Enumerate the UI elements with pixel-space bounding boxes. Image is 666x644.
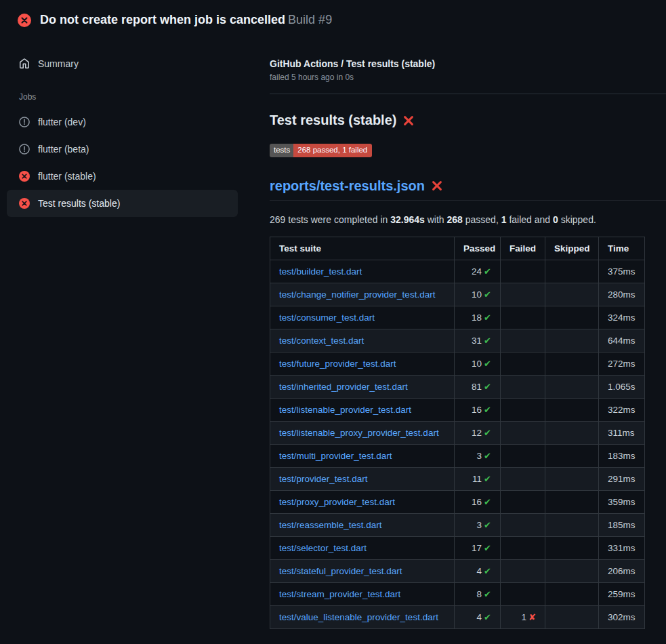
cell-failed	[501, 283, 545, 306]
cell-skipped	[545, 306, 599, 329]
cell-suite: test/value_listenable_provider_test.dart	[270, 605, 455, 628]
table-row: test/selector_test.dart 17✔ 331ms	[270, 536, 645, 559]
cell-skipped	[545, 582, 599, 605]
cell-time: 272ms	[599, 352, 645, 375]
cell-passed: 10✔	[455, 352, 501, 375]
summary-text: 269 tests were completed in	[270, 214, 390, 225]
test-suite-link[interactable]: test/multi_provider_test.dart	[279, 451, 392, 461]
cell-failed	[501, 352, 545, 375]
summary-passed-count: 268	[447, 214, 463, 225]
cell-suite: test/selector_test.dart	[270, 536, 455, 559]
cell-time: 375ms	[599, 260, 645, 283]
cell-skipped	[545, 260, 599, 283]
badge-label: tests	[270, 144, 293, 157]
cell-suite: test/change_notifier_provider_test.dart	[270, 283, 455, 306]
jobs-heading: Jobs	[7, 83, 238, 108]
table-row: test/consumer_test.dart 18✔ 324ms	[270, 306, 645, 329]
cell-passed: 24✔	[455, 260, 501, 283]
check-icon: ✔	[484, 474, 491, 484]
cell-time: 302ms	[599, 605, 645, 628]
test-suite-link[interactable]: test/inherited_provider_test.dart	[279, 382, 408, 392]
test-suite-link[interactable]: test/builder_test.dart	[279, 266, 362, 277]
cell-failed	[501, 490, 545, 513]
check-icon: ✔	[484, 313, 491, 323]
report-title: reports/test-results.json	[270, 178, 666, 201]
check-icon: ✔	[484, 497, 491, 507]
cell-skipped	[545, 329, 599, 352]
test-suite-link[interactable]: test/stream_provider_test.dart	[279, 589, 400, 599]
cell-time: 280ms	[599, 283, 645, 306]
table-row: test/change_notifier_provider_test.dart …	[270, 283, 645, 306]
passed-count: 12	[472, 428, 482, 438]
test-suite-link[interactable]: test/value_listenable_provider_test.dart	[279, 612, 438, 622]
stop-icon	[19, 144, 30, 155]
sidebar-item-flutter-dev[interactable]: flutter (dev)	[7, 108, 238, 136]
page-title: Do not create report when job is cancell…	[40, 13, 285, 26]
cell-suite: test/multi_provider_test.dart	[270, 444, 455, 467]
passed-count: 16	[472, 405, 482, 415]
passed-count: 4	[477, 566, 482, 576]
check-icon: ✔	[484, 289, 491, 300]
test-suite-link[interactable]: test/stateful_provider_test.dart	[279, 566, 402, 576]
cell-passed: 3✔	[455, 513, 501, 536]
cell-passed: 16✔	[455, 398, 501, 421]
sidebar-item-flutter-beta[interactable]: flutter (beta)	[7, 136, 238, 163]
cell-time: 359ms	[599, 490, 645, 513]
cross-mark-icon	[402, 115, 415, 127]
sidebar: Summary Jobs flutter (dev) flutter (beta…	[0, 38, 247, 217]
cell-passed: 8✔	[455, 582, 501, 605]
cell-suite: test/stream_provider_test.dart	[270, 582, 455, 605]
cell-skipped	[545, 398, 599, 421]
test-suite-link[interactable]: test/change_notifier_provider_test.dart	[279, 289, 435, 300]
cell-passed: 10✔	[455, 283, 501, 306]
cell-passed: 3✔	[455, 444, 501, 467]
cell-suite: test/provider_test.dart	[270, 467, 455, 490]
badge-value: 268 passed, 1 failed	[293, 144, 372, 157]
results-table: Test suite Passed Failed Skipped Time te…	[270, 237, 645, 629]
cell-failed	[501, 421, 545, 444]
sidebar-item-summary[interactable]: Summary	[7, 52, 238, 76]
summary-text: passed,	[463, 214, 501, 225]
col-header-passed: Passed	[455, 237, 501, 260]
test-suite-link[interactable]: test/listenable_proxy_provider_test.dart	[279, 428, 439, 438]
test-suite-link[interactable]: test/selector_test.dart	[279, 543, 367, 553]
cell-suite: test/inherited_provider_test.dart	[270, 375, 455, 398]
cell-time: 322ms	[599, 398, 645, 421]
test-suite-link[interactable]: test/listenable_provider_test.dart	[279, 405, 411, 415]
summary-failed-count: 1	[501, 214, 507, 225]
table-row: test/stateful_provider_test.dart 4✔ 206m…	[270, 559, 645, 582]
cell-passed: 4✔	[455, 605, 501, 628]
check-icon: ✔	[484, 612, 491, 622]
cell-time: 324ms	[599, 306, 645, 329]
sidebar-item-test-results-stable[interactable]: Test results (stable)	[7, 190, 238, 217]
cell-skipped	[545, 559, 599, 582]
check-run-header: Do not create report when job is cancell…	[0, 0, 666, 38]
test-suite-link[interactable]: test/consumer_test.dart	[279, 313, 375, 323]
cell-failed	[501, 536, 545, 559]
check-icon: ✔	[484, 520, 491, 530]
cell-suite: test/context_test.dart	[270, 329, 455, 352]
layout: Summary Jobs flutter (dev) flutter (beta…	[0, 38, 666, 644]
check-icon: ✔	[484, 266, 491, 277]
table-row: test/value_listenable_provider_test.dart…	[270, 605, 645, 628]
build-number: Build #9	[288, 13, 332, 26]
tests-badge: tests268 passed, 1 failed	[270, 144, 372, 157]
summary-text: with	[425, 214, 447, 225]
summary-duration: 32.964s	[390, 214, 425, 225]
test-suite-link[interactable]: test/provider_test.dart	[279, 474, 368, 484]
passed-count: 31	[472, 336, 482, 346]
x-circle-icon	[18, 14, 31, 27]
report-file-link[interactable]: reports/test-results.json	[270, 178, 425, 194]
check-icon: ✔	[484, 405, 491, 415]
sidebar-item-flutter-stable[interactable]: flutter (stable)	[7, 163, 238, 190]
test-suite-link[interactable]: test/reassemble_test.dart	[279, 520, 382, 530]
cell-suite: test/future_provider_test.dart	[270, 352, 455, 375]
table-row: test/multi_provider_test.dart 3✔ 183ms	[270, 444, 645, 467]
test-suite-link[interactable]: test/context_test.dart	[279, 336, 364, 346]
table-row: test/proxy_provider_test.dart 16✔ 359ms	[270, 490, 645, 513]
cell-passed: 31✔	[455, 329, 501, 352]
test-suite-link[interactable]: test/proxy_provider_test.dart	[279, 497, 395, 507]
cell-passed: 81✔	[455, 375, 501, 398]
passed-count: 24	[472, 266, 482, 277]
test-suite-link[interactable]: test/future_provider_test.dart	[279, 359, 396, 369]
